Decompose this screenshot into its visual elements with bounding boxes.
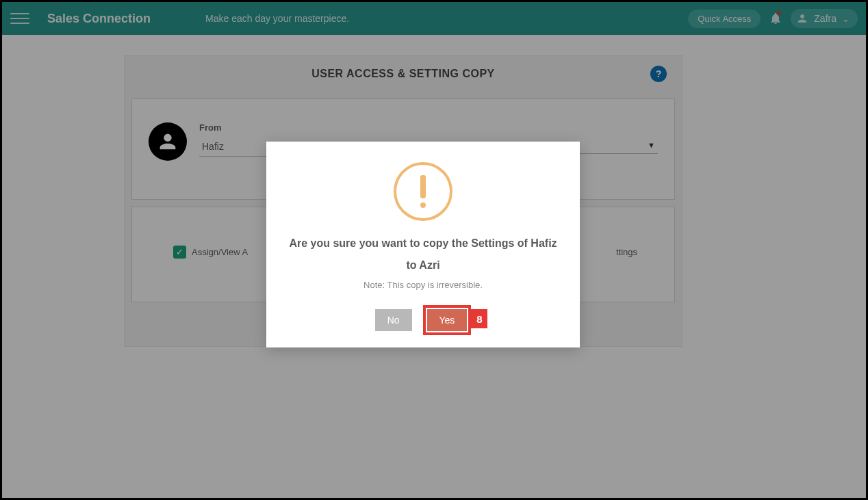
yes-button-highlight: Yes 8 [423, 305, 472, 335]
confirm-dialog: Are you sure you want to copy the Settin… [266, 142, 580, 347]
warning-icon [394, 162, 452, 221]
confirm-text-line1: Are you sure you want to copy the Settin… [285, 237, 561, 250]
confirm-text-line2: to Azri [285, 259, 561, 272]
no-button[interactable]: No [375, 309, 412, 331]
confirm-note: Note: This copy is irreversible. [285, 280, 561, 290]
yes-button[interactable]: Yes [427, 309, 468, 331]
step-callout-badge: 8 [471, 309, 487, 328]
